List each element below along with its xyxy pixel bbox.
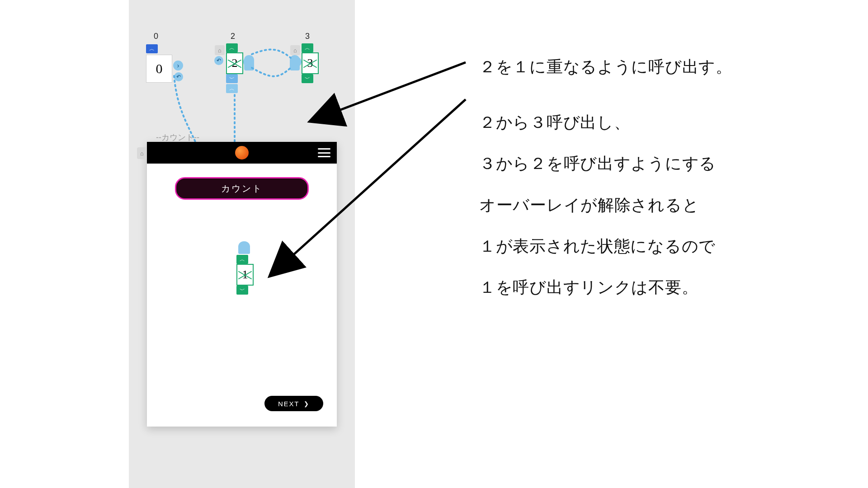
column-label-0: 0 [154,32,158,41]
chevron-up-icon[interactable]: ︿ [226,43,238,52]
chevron-up-icon[interactable]: ︿ [302,43,313,52]
annotation-line: １を呼び出すリンクは不要。 [479,269,732,305]
count-pill[interactable]: カウント [175,177,309,200]
node-0[interactable]: ︿ 0 › ↶ [146,44,172,83]
node-2[interactable]: ︿ 2 › ﹀ ︿ ↶ [226,43,241,93]
undo-icon[interactable]: ↶ [174,72,183,81]
annotation-line: ２を１に重なるように呼び出す。 [479,49,732,84]
annotation-line: オーバーレイが解除されると [479,187,732,223]
node-3[interactable]: ︿ 3 ‹ ﹀ [302,43,317,83]
connector-cap-icon [244,55,254,70]
node-3-value: 3 ‹ [302,52,319,74]
home-icon[interactable]: ⌂ [137,147,147,159]
node-2-value: 2 › [226,52,243,74]
chevron-down-icon[interactable]: ﹀ [226,74,238,83]
home-icon[interactable]: ⌂ [290,45,300,55]
next-button-label: NEXT [278,400,299,408]
node-1[interactable]: ︿ 1 ﹀ [236,255,252,295]
column-label-3: 3 [305,32,310,41]
chevron-up-icon[interactable]: ︿ [236,255,248,264]
connector-cap-icon [290,55,300,70]
annotation-line: ３から２を呼び出すようにする [479,145,732,181]
column-label-2: 2 [231,32,235,41]
connector-cap-icon [238,241,250,254]
undo-icon[interactable]: ↶ [214,56,223,65]
home-icon[interactable]: ⌂ [215,45,225,55]
node-1-value: 1 [236,264,254,286]
chevron-down-icon[interactable]: ﹀ [236,286,248,295]
chevron-down-icon[interactable]: ﹀ [302,74,313,83]
app-logo-icon [235,146,249,160]
phone-topbar [147,142,337,164]
next-button[interactable]: NEXT ❯ [264,396,323,411]
chevron-right-icon: ❯ [304,400,310,407]
annotation-text: ２を１に重なるように呼び出す。 ２から３呼び出し、 ３から２を呼び出すようにする… [479,49,732,310]
preview-label: --カウント-- [156,132,199,143]
phone-preview: ⌂ カウント ︿ 1 ﹀ NEXT ❯ [147,142,337,427]
annotation-line: ２から３呼び出し、 [479,104,732,140]
editor-panel: 0 2 3 ︿ 0 › ↶ ⌂ ⌂ ︿ 2 › ﹀ ︿ ↶ ︿ 3 ‹ [129,0,355,488]
chevron-up-icon[interactable]: ︿ [226,84,238,93]
port-out-icon[interactable]: › [173,61,183,70]
hamburger-icon[interactable] [318,148,330,157]
annotation-line: １が表示された状態になるので [479,228,732,264]
node-0-value: 0 [146,55,172,83]
chevron-up-icon[interactable]: ︿ [146,44,158,53]
